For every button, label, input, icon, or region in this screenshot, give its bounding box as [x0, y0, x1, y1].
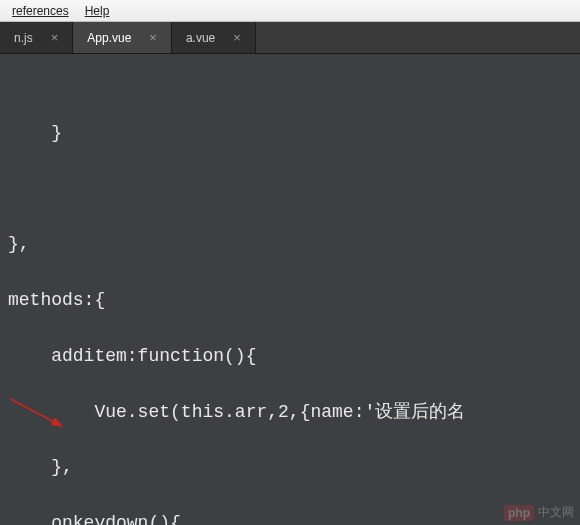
code-line: }, — [8, 454, 580, 482]
tab-n-js[interactable]: n.js × — [0, 22, 73, 53]
code-line: } — [8, 120, 580, 148]
menu-help[interactable]: Help — [77, 2, 118, 20]
tab-a-vue[interactable]: a.vue × — [172, 22, 256, 53]
tab-app-vue[interactable]: App.vue × — [73, 22, 172, 53]
code-editor[interactable]: } }, methods:{ additem:function(){ Vue.s… — [0, 54, 580, 525]
menubar: references Help — [0, 0, 580, 22]
tab-label: n.js — [14, 31, 33, 45]
menu-references[interactable]: references — [4, 2, 77, 20]
code-line: onkeydown(){ — [8, 510, 580, 525]
code-line: }, — [8, 231, 580, 259]
close-icon[interactable]: × — [233, 31, 241, 44]
watermark-badge: php — [504, 505, 534, 521]
close-icon[interactable]: × — [149, 31, 157, 44]
code-line: additem:function(){ — [8, 343, 580, 371]
tab-label: App.vue — [87, 31, 131, 45]
watermark: php 中文网 — [504, 504, 574, 521]
tab-label: a.vue — [186, 31, 215, 45]
code-line: Vue.set(this.arr,2,{name:'设置后的名 — [8, 399, 580, 427]
watermark-text: 中文网 — [538, 504, 574, 521]
tabbar: n.js × App.vue × a.vue × — [0, 22, 580, 54]
code-line: methods:{ — [8, 287, 580, 315]
close-icon[interactable]: × — [51, 31, 59, 44]
